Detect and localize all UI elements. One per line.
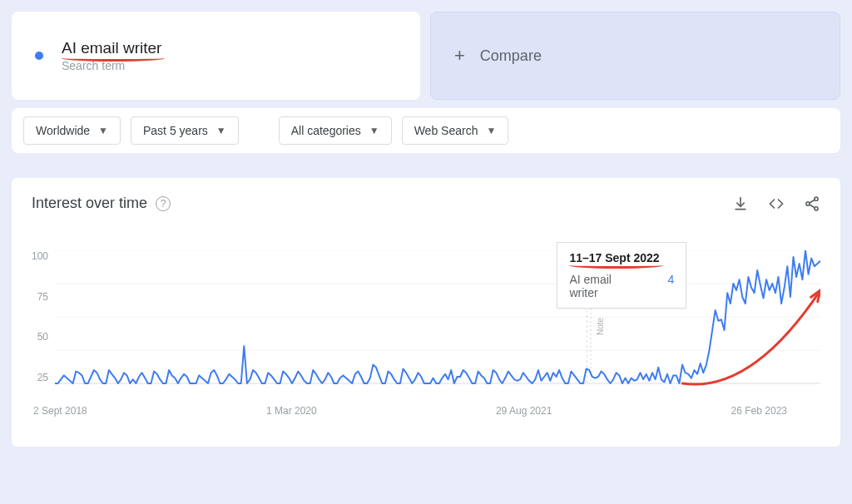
- chart-actions: [732, 195, 820, 212]
- chevron-down-icon: ▼: [369, 125, 379, 136]
- x-tick: 1 Mar 2020: [266, 405, 317, 417]
- x-tick: 2 Sept 2018: [33, 405, 87, 417]
- x-tick: 29 Aug 2021: [496, 405, 552, 417]
- filter-geo-label: Worldwide: [36, 124, 90, 137]
- x-axis: 2 Sept 2018 1 Mar 2020 29 Aug 2021 26 Fe…: [55, 405, 820, 417]
- chart-tooltip: 11–17 Sept 2022 AI email writer 4: [557, 242, 686, 309]
- chart-header: Interest over time ?: [32, 195, 820, 212]
- annotation-underline: [569, 265, 662, 269]
- y-axis: 100 75 50 25: [32, 250, 55, 383]
- search-term-card[interactable]: AI email writer Search term: [12, 12, 420, 100]
- y-tick: 100: [32, 250, 48, 262]
- y-tick: 50: [32, 331, 48, 343]
- plot-canvas[interactable]: 11–17 Sept 2022 AI email writer 4 Note: [55, 250, 820, 400]
- filter-category-label: All categories: [291, 124, 361, 137]
- filter-geo[interactable]: Worldwide ▼: [23, 116, 121, 145]
- chart-title: Interest over time: [32, 195, 147, 212]
- compare-button[interactable]: + Compare: [430, 12, 840, 100]
- chevron-down-icon: ▼: [486, 125, 496, 136]
- filter-time-label: Past 5 years: [143, 124, 208, 137]
- chevron-down-icon: ▼: [216, 125, 226, 136]
- filter-time[interactable]: Past 5 years ▼: [131, 116, 239, 145]
- share-icon[interactable]: [804, 195, 820, 212]
- filter-type-label: Web Search: [414, 124, 478, 137]
- filter-category[interactable]: All categories ▼: [279, 116, 392, 145]
- filters-bar: Worldwide ▼ Past 5 years ▼ All categorie…: [12, 108, 840, 153]
- plot-area: 100 75 50 25 11–17 Sept 2022 AI email wr…: [32, 250, 820, 400]
- help-icon[interactable]: ?: [156, 196, 171, 211]
- embed-icon[interactable]: [767, 195, 785, 212]
- tooltip-date: 11–17 Sept 2022: [569, 251, 659, 264]
- compare-label: Compare: [480, 47, 542, 65]
- search-term-value: AI email writer: [62, 39, 161, 57]
- search-term-text: AI email writer Search term: [62, 39, 161, 72]
- search-term-title: AI email writer: [62, 39, 161, 57]
- filter-type[interactable]: Web Search ▼: [402, 116, 509, 145]
- series-color-dot: [35, 52, 43, 60]
- y-tick: 75: [32, 291, 48, 303]
- download-icon[interactable]: [732, 195, 749, 212]
- chart-card: Interest over time ? 100 75 50 25: [12, 178, 840, 447]
- x-tick: 26 Feb 2023: [731, 405, 787, 417]
- tooltip-term: AI email writer: [569, 273, 634, 299]
- line-chart-svg: [55, 250, 820, 400]
- tooltip-value: 4: [668, 273, 675, 299]
- plus-icon: +: [454, 45, 465, 67]
- chevron-down-icon: ▼: [98, 125, 108, 136]
- note-label: Note: [596, 318, 605, 335]
- y-tick: 25: [32, 372, 48, 383]
